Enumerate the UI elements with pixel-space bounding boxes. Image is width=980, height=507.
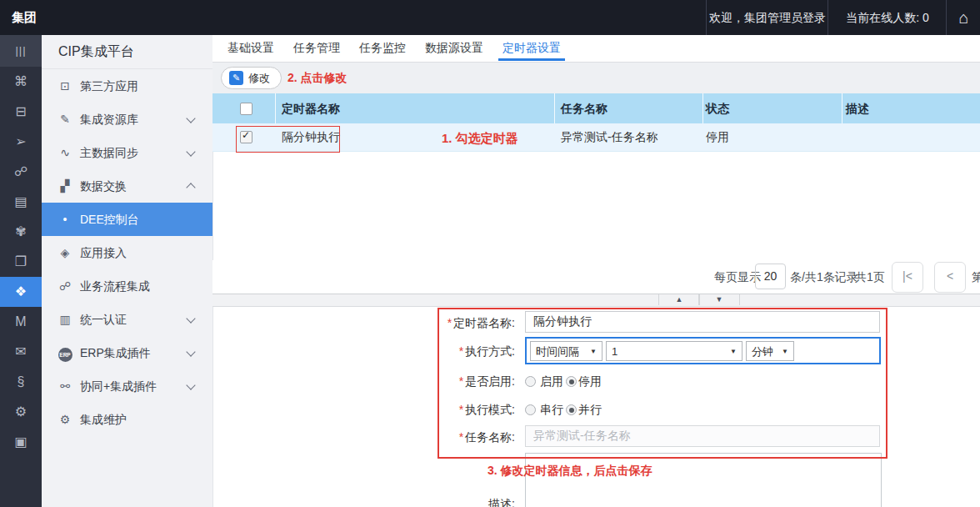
column-header-status[interactable]: 状态 [706, 93, 729, 123]
sidebar-item-business-process[interactable]: ☍ 业务流程集成 [42, 269, 212, 303]
description-label: 描述: [417, 497, 515, 507]
sidebar-item-label: 应用接入 [80, 236, 127, 269]
task-name-input[interactable] [525, 425, 880, 447]
timer-name-input[interactable] [525, 311, 880, 333]
enabled-radio-group: 启用 停用 [525, 374, 692, 390]
radio-disable-selected[interactable] [566, 376, 577, 387]
tab-basic-settings[interactable]: 基础设置 [223, 35, 278, 60]
timer-name-label: *定时器名称: [417, 316, 515, 331]
interval-unit-select[interactable]: 分钟 ▼ [746, 341, 794, 361]
settings-icon[interactable]: ⚙ [0, 397, 42, 427]
column-divider [842, 93, 842, 123]
description-textarea[interactable] [525, 453, 882, 507]
sidebar-item-data-exchange[interactable]: ▞ 数据交换 [42, 169, 212, 203]
interval-type-select[interactable]: 时间间隔 ▼ [530, 341, 602, 361]
annotation-step1: 1. 勾选定时器 [442, 131, 518, 147]
sidebar-item-label: 协同+集成插件 [80, 369, 157, 403]
apps-icon-active[interactable]: ❖ [0, 277, 42, 307]
collapse-down-icon[interactable]: ▼ [698, 294, 740, 305]
links-icon[interactable]: ☍ [0, 157, 42, 187]
page-prefix-label: 第 [972, 260, 980, 294]
chevron-down-icon [186, 380, 195, 389]
tab-task-management[interactable]: 任务管理 [289, 35, 344, 60]
radio-label-enable[interactable]: 启用 [540, 374, 563, 389]
sidebar-item-integration-maintenance[interactable]: ⚙ 集成维护 [42, 403, 212, 436]
edit-button-label: 修改 [248, 71, 270, 86]
chevron-up-icon [186, 183, 195, 192]
terminal-icon[interactable]: ▣ [0, 427, 42, 457]
interval-value-select[interactable]: 1 ▼ [606, 341, 742, 361]
radio-parallel-selected[interactable] [566, 404, 577, 415]
online-count: 当前在线人数: 0 [828, 0, 947, 35]
database-icon[interactable]: ▤ [0, 187, 42, 217]
tab-task-monitor[interactable]: 任务监控 [355, 35, 410, 60]
table-header: 定时器名称 任务名称 状态 描述 [212, 93, 980, 123]
page-size-selector[interactable]: 20 [755, 264, 786, 289]
sidebar-item-master-data-sync[interactable]: ∿ 主数据同步 [42, 136, 212, 169]
cell-status: 停用 [706, 123, 729, 151]
sidebar-item-unified-auth[interactable]: ▥ 统一认证 [42, 303, 212, 336]
run-mode-radio-group: 串行 并行 [525, 402, 692, 419]
select-all-checkbox[interactable] [240, 103, 252, 115]
collapse-up-icon[interactable]: ▲ [658, 294, 700, 305]
chain-icon: ☍ [56, 269, 74, 303]
task-name-label: *任务名称: [417, 430, 515, 445]
sidebar-item-label: 集成维护 [80, 403, 127, 436]
radio-label-disable[interactable]: 停用 [578, 374, 602, 389]
home-icon[interactable]: ⌂ [946, 0, 980, 35]
sidebar-item-label: ERP集成插件 [80, 336, 151, 369]
chevron-down-icon: ▼ [730, 342, 737, 362]
annotation-step2: 2. 点击修改 [288, 63, 348, 93]
org-tree-icon[interactable]: ⌘ [0, 67, 42, 97]
prev-page-button[interactable]: < [934, 262, 966, 293]
palette-icon[interactable]: ✾ [0, 217, 42, 247]
column-header-task-name[interactable]: 任务名称 [561, 93, 608, 123]
documents-icon[interactable]: ❐ [0, 247, 42, 277]
panel-settings-icon[interactable]: ⊟ [0, 97, 42, 127]
gear-icon: ⚙ [56, 403, 74, 436]
sidebar-item-dee-console[interactable]: • DEE控制台 [42, 203, 212, 236]
send-icon[interactable]: ➢ [0, 127, 42, 157]
first-page-button[interactable]: |< [892, 262, 923, 293]
sidebar-item-app-access[interactable]: ◈ 应用接入 [42, 236, 212, 269]
sidebar-item-third-party-app[interactable]: ⊡ 第三方应用 [42, 69, 212, 103]
annotation-step3: 3. 修改定时器信息，后点击保存 [488, 464, 652, 479]
radio-enable-unselected[interactable] [525, 376, 536, 387]
edit-icon: ✎ [229, 71, 243, 85]
column-divider [275, 93, 276, 123]
table-row[interactable]: 隔分钟执行 异常测试-任务名称 停用 [212, 123, 980, 152]
plug-icon: ✎ [56, 103, 74, 136]
pagination-bar: 每页显示 20 条/共1条记录 共1页 |< < 第 [212, 260, 980, 294]
row-checkbox-checked[interactable] [240, 131, 252, 143]
column-divider [554, 93, 555, 123]
messages-icon[interactable]: ✉ [0, 337, 42, 367]
chevron-down-icon [186, 147, 195, 156]
enabled-label: *是否启用: [417, 374, 515, 389]
sidebar-item-integration-repo[interactable]: ✎ 集成资源库 [42, 103, 212, 136]
app-root: 集团 欢迎，集团管理员登录 当前在线人数: 0 ⌂ ||| ⌘ ⊟ ➢ ☍ ▤ … [0, 0, 980, 507]
sidebar-item-collab-plugin[interactable]: ⚯ 协同+集成插件 [42, 369, 212, 403]
column-header-timer-name[interactable]: 定时器名称 [282, 93, 340, 123]
splitter-bar[interactable]: ▲ ▼ [212, 294, 980, 307]
sidebar: CIP集成平台 ⊡ 第三方应用 ✎ 集成资源库 ∿ 主数据同步 ▞ 数据交换 •… [42, 35, 213, 507]
edit-button[interactable]: ✎ 修改 [221, 67, 282, 89]
chevron-down-icon: ▼ [590, 342, 597, 362]
chart-icon: ∿ [56, 136, 74, 169]
erp-badge-icon: ERP [56, 336, 74, 369]
radio-label-parallel[interactable]: 并行 [578, 402, 602, 418]
run-mode-label: *执行模式: [417, 403, 515, 418]
radio-serial-unselected[interactable] [525, 404, 536, 415]
collapse-menu-icon[interactable]: ||| [0, 35, 42, 67]
sidebar-item-label: DEE控制台 [80, 203, 139, 236]
cell-task-name: 异常测试-任务名称 [561, 123, 658, 151]
tab-datasource-settings[interactable]: 数据源设置 [421, 35, 488, 60]
tab-bar: 基础设置 任务管理 任务监控 数据源设置 定时器设置 [212, 35, 980, 63]
module-m-icon[interactable]: M [0, 307, 42, 337]
radio-label-serial[interactable]: 串行 [540, 402, 563, 418]
code-icon[interactable]: § [0, 367, 42, 397]
tab-timer-settings[interactable]: 定时器设置 [498, 35, 565, 60]
total-pages-label: 共1页 [855, 260, 885, 294]
sidebar-item-erp-plugin[interactable]: ERP ERP集成插件 [42, 336, 212, 369]
column-header-description[interactable]: 描述 [846, 93, 869, 123]
welcome-text: 欢迎，集团管理员登录 [706, 0, 828, 35]
